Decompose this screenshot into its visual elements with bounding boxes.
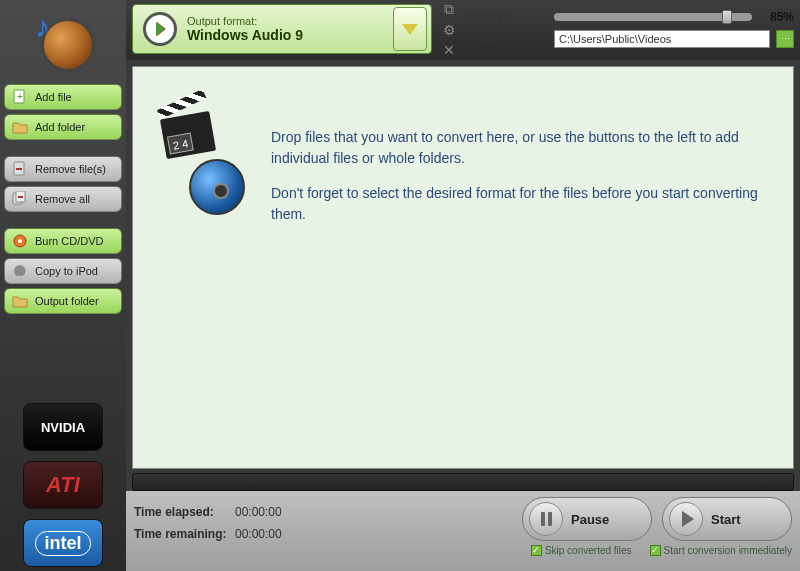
drop-illustration-icon: 2 4 (163, 125, 253, 215)
slider-thumb[interactable] (722, 10, 732, 24)
intel-badge: intel (23, 519, 103, 567)
progress-bar (132, 473, 794, 491)
quality-label: Quality: (466, 10, 548, 24)
checkbox-checked-icon: ✓ (531, 545, 542, 556)
browse-folder-button[interactable]: ⋯ (776, 30, 794, 48)
sidebar-item-label: Output folder (35, 295, 99, 307)
drop-instructions: Drop files that you want to convert here… (271, 107, 763, 239)
remove-all-button[interactable]: Remove all (4, 186, 122, 212)
remove-file-icon (11, 160, 29, 178)
sidebar-item-label: Remove file(s) (35, 163, 106, 175)
checkbox-checked-icon: ✓ (650, 545, 661, 556)
sidebar: ♪ + Add file Add folder Remove file(s) (0, 0, 126, 571)
start-button[interactable]: Start (662, 497, 792, 541)
remove-all-icon (11, 190, 29, 208)
nvidia-badge: NVIDIA (23, 403, 103, 451)
copy-to-ipod-button[interactable]: Copy to iPod (4, 258, 122, 284)
folder-icon (11, 292, 29, 310)
sidebar-item-label: Copy to iPod (35, 265, 98, 277)
sidebar-item-label: Remove all (35, 193, 90, 205)
skip-converted-checkbox[interactable]: ✓ Skip converted files (531, 545, 632, 556)
pause-button-label: Pause (571, 512, 609, 527)
pause-icon (529, 502, 563, 536)
sidebar-item-label: Add folder (35, 121, 85, 133)
ati-badge: ATI (23, 461, 103, 509)
output-folder-button[interactable]: Output folder (4, 288, 122, 314)
add-folder-icon (11, 118, 29, 136)
bottom-panel: Time elapsed: 00:00:00 Time remaining: 0… (126, 491, 800, 571)
close-tool-icon[interactable]: ✕ (443, 42, 455, 58)
checkbox-label: Start conversion immediately (664, 545, 792, 556)
time-remaining-value: 00:00:00 (235, 527, 282, 541)
output-folder-label: Output folder: (466, 32, 548, 46)
quality-percent: 85% (758, 10, 794, 24)
app-logo: ♪ (31, 8, 95, 72)
format-value: Windows Audio 9 (187, 27, 303, 43)
sidebar-item-label: Add file (35, 91, 72, 103)
badge-label: ATI (46, 472, 80, 498)
burn-icon (11, 232, 29, 250)
svg-point-8 (18, 239, 22, 243)
top-toolbar: Output format: Windows Audio 9 ⧉ ⚙ ✕ Qua… (126, 0, 800, 60)
checkbox-label: Skip converted files (545, 545, 632, 556)
format-label: Output format: (187, 15, 303, 27)
time-elapsed-value: 00:00:00 (235, 505, 282, 519)
start-immediately-checkbox[interactable]: ✓ Start conversion immediately (650, 545, 792, 556)
play-icon (669, 502, 703, 536)
badge-label: intel (35, 531, 90, 556)
add-folder-button[interactable]: Add folder (4, 114, 122, 140)
settings-gear-icon[interactable]: ⚙ (443, 22, 456, 38)
start-button-label: Start (711, 512, 741, 527)
ipod-icon (11, 262, 29, 280)
output-format-selector[interactable]: Output format: Windows Audio 9 (132, 4, 432, 54)
badge-label: NVIDIA (41, 420, 85, 435)
add-file-icon: + (11, 88, 29, 106)
pause-button[interactable]: Pause (522, 497, 652, 541)
format-icon (143, 12, 177, 46)
add-file-button[interactable]: + Add file (4, 84, 122, 110)
burn-cd-button[interactable]: Burn CD/DVD (4, 228, 122, 254)
remove-files-button[interactable]: Remove file(s) (4, 156, 122, 182)
file-drop-area[interactable]: 2 4 Drop files that you want to convert … (132, 66, 794, 469)
svg-text:+: + (17, 91, 23, 102)
sidebar-item-label: Burn CD/DVD (35, 235, 103, 247)
format-dropdown-button[interactable] (393, 7, 427, 51)
copy-tool-icon[interactable]: ⧉ (444, 1, 454, 18)
quality-slider[interactable] (554, 13, 752, 21)
time-elapsed-label: Time elapsed: (134, 505, 229, 519)
chevron-down-icon (402, 24, 418, 35)
output-folder-input[interactable] (554, 30, 770, 48)
music-note-icon: ♪ (35, 10, 50, 44)
time-remaining-label: Time remaining: (134, 527, 229, 541)
